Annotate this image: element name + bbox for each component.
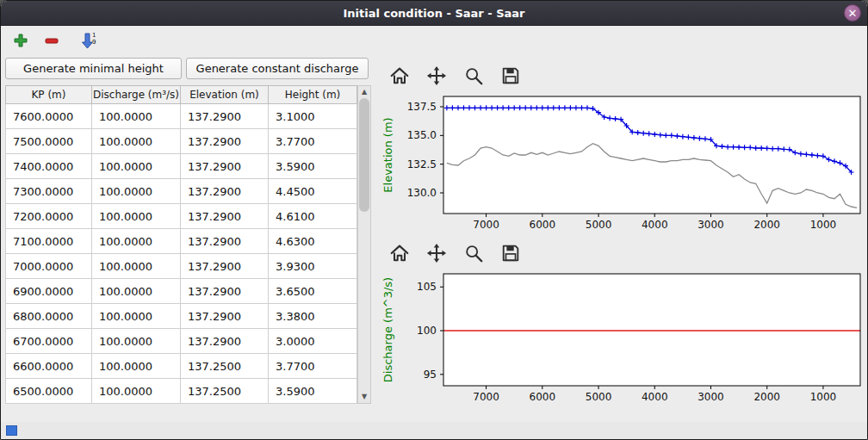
table-cell[interactable]: 100.0000: [92, 129, 181, 154]
table-cell[interactable]: 3.3800: [269, 304, 357, 329]
scrollbar-thumb[interactable]: [359, 98, 369, 212]
table-cell[interactable]: 100.0000: [92, 329, 181, 354]
table-row[interactable]: 7200.0000100.0000137.29004.6100: [6, 204, 357, 229]
discharge-plot[interactable]: 700060005000400030002000100095100105Disc…: [378, 267, 865, 408]
table-cell[interactable]: 3.5900: [269, 154, 357, 179]
table-cell[interactable]: 7300.0000: [6, 179, 92, 204]
table-row[interactable]: 7600.0000100.0000137.29003.1000: [6, 104, 357, 129]
x-tick-label: 1000: [810, 219, 837, 231]
table-cell[interactable]: 7000.0000: [6, 254, 92, 279]
table-cell[interactable]: 7400.0000: [6, 154, 92, 179]
table-row[interactable]: 6600.0000100.0000137.25003.7700: [6, 354, 357, 379]
table-cell[interactable]: 137.2900: [181, 254, 269, 279]
x-tick-label: 5000: [586, 391, 612, 403]
x-tick-label: 6000: [530, 391, 556, 403]
zoom-button[interactable]: [462, 242, 485, 264]
remove-row-button[interactable]: [42, 31, 61, 50]
table-cell[interactable]: 137.2900: [181, 229, 269, 254]
scroll-up-icon[interactable]: ▲: [358, 86, 370, 98]
table-cell[interactable]: 137.2900: [181, 279, 269, 304]
table-row[interactable]: 7400.0000100.0000137.29003.5900: [6, 154, 357, 179]
pan-button[interactable]: [425, 65, 448, 87]
table-cell[interactable]: 6700.0000: [6, 329, 92, 354]
table-cell[interactable]: 100.0000: [92, 354, 181, 379]
zoom-button[interactable]: [462, 65, 485, 87]
home-icon: [389, 65, 410, 86]
table-cell[interactable]: 3.1000: [269, 104, 357, 129]
table-cell[interactable]: 6800.0000: [6, 304, 92, 329]
table-cell[interactable]: 4.6100: [269, 204, 357, 229]
home-button[interactable]: [388, 242, 411, 264]
table-cell[interactable]: 6500.0000: [6, 379, 92, 404]
elevation-plot[interactable]: 7000600050004000300020001000130.0132.513…: [378, 90, 865, 236]
table-cell[interactable]: 137.2900: [181, 304, 269, 329]
table-cell[interactable]: 3.9300: [269, 254, 357, 279]
table-cell[interactable]: 4.4500: [269, 179, 357, 204]
pan-button[interactable]: [425, 242, 448, 264]
table-cell[interactable]: 137.2900: [181, 129, 269, 154]
x-tick-label: 2000: [753, 219, 780, 231]
table-cell[interactable]: 6600.0000: [6, 354, 92, 379]
table-cell[interactable]: 100.0000: [92, 279, 181, 304]
column-header[interactable]: KP (m): [6, 86, 92, 104]
generate-buttons-row: Generate minimal height Generate constan…: [5, 58, 373, 79]
table-cell[interactable]: 100.0000: [92, 379, 181, 404]
add-row-button[interactable]: [11, 31, 30, 50]
save-button[interactable]: [499, 242, 522, 264]
table-cell[interactable]: 100.0000: [92, 204, 181, 229]
column-header[interactable]: Height (m): [269, 86, 357, 104]
table-cell[interactable]: 137.2900: [181, 154, 269, 179]
discharge-plot-toolbar: [378, 239, 865, 267]
table-cell[interactable]: 137.2900: [181, 204, 269, 229]
table-cell[interactable]: 100.0000: [92, 179, 181, 204]
pan-icon: [426, 65, 447, 86]
table-cell[interactable]: 7600.0000: [6, 104, 92, 129]
table-cell[interactable]: 4.6300: [269, 229, 357, 254]
home-button[interactable]: [388, 65, 411, 87]
table-cell[interactable]: 3.0000: [269, 329, 357, 354]
table-cell[interactable]: 3.7700: [269, 354, 357, 379]
generate-minimal-height-button[interactable]: Generate minimal height: [5, 58, 182, 79]
column-header[interactable]: Discharge (m³/s): [92, 86, 181, 104]
table-row[interactable]: 6700.0000100.0000137.29003.0000: [6, 329, 357, 354]
table-cell[interactable]: 100.0000: [92, 254, 181, 279]
table-cell[interactable]: 137.2900: [181, 179, 269, 204]
left-panel: Generate minimal height Generate constan…: [1, 54, 373, 422]
table-row[interactable]: 7500.0000100.0000137.29003.7700: [6, 129, 357, 154]
table-row[interactable]: 7300.0000100.0000137.29004.4500: [6, 179, 357, 204]
table-cell[interactable]: 137.2900: [181, 104, 269, 129]
table-cell[interactable]: 100.0000: [92, 304, 181, 329]
table-row[interactable]: 7100.0000100.0000137.29004.6300: [6, 229, 357, 254]
table-cell[interactable]: 7100.0000: [6, 229, 92, 254]
y-tick-label: 100: [417, 325, 437, 337]
save-button[interactable]: [499, 65, 522, 87]
table-cell[interactable]: 100.0000: [92, 229, 181, 254]
scroll-down-icon[interactable]: ▼: [358, 391, 370, 403]
table-row[interactable]: 6500.0000100.0000137.25003.5900: [6, 379, 357, 404]
table-cell[interactable]: 137.2900: [181, 329, 269, 354]
table-scrollbar[interactable]: ▲ ▼: [357, 85, 371, 404]
table-cell[interactable]: 100.0000: [92, 104, 181, 129]
table-cell[interactable]: 3.6500: [269, 279, 357, 304]
table-cell[interactable]: 137.2500: [181, 354, 269, 379]
column-header[interactable]: Elevation (m): [181, 86, 269, 104]
table-row[interactable]: 6900.0000100.0000137.29003.6500: [6, 279, 357, 304]
table-cell[interactable]: 3.5900: [269, 379, 357, 404]
generate-constant-discharge-button[interactable]: Generate constant discharge: [186, 58, 369, 79]
table-cell[interactable]: 137.2500: [181, 379, 269, 404]
table-row[interactable]: 6800.0000100.0000137.29003.3800: [6, 304, 357, 329]
table-row[interactable]: 7000.0000100.0000137.29003.9300: [6, 254, 357, 279]
titlebar[interactable]: Initial condition - Saar - Saar ✕: [1, 1, 867, 26]
sort-button[interactable]: 1 9: [78, 31, 97, 50]
table-cell[interactable]: 3.7700: [269, 129, 357, 154]
scrollbar-track[interactable]: [358, 98, 370, 391]
table-cell[interactable]: 100.0000: [92, 154, 181, 179]
y-tick-label: 95: [424, 369, 437, 381]
initial-condition-table: KP (m)Discharge (m³/s)Elevation (m)Heigh…: [5, 85, 357, 404]
table-cell[interactable]: 6900.0000: [6, 279, 92, 304]
table-cell[interactable]: 7500.0000: [6, 129, 92, 154]
close-button[interactable]: ✕: [844, 4, 861, 22]
svg-text:9: 9: [92, 39, 96, 46]
table-cell[interactable]: 7200.0000: [6, 204, 92, 229]
y-axis-label: Discharge (m^3/s): [381, 277, 394, 382]
